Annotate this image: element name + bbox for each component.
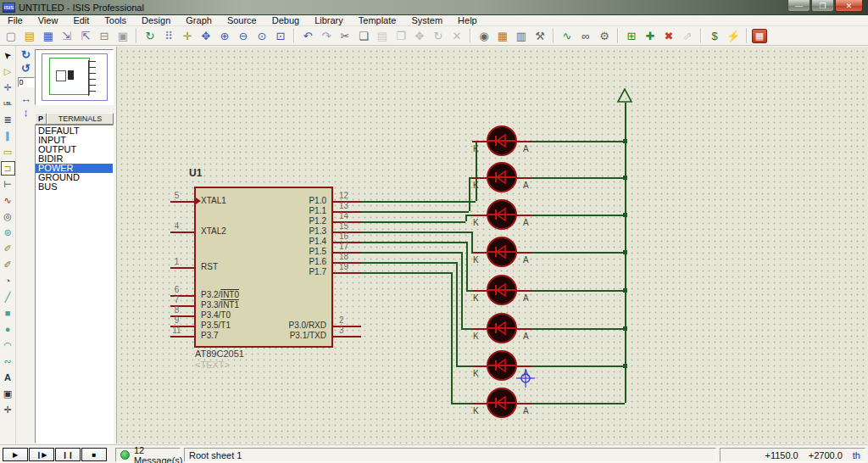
device-pins-mode[interactable]: ⊢ (1, 177, 15, 192)
2d-markers-mode[interactable]: ✛ (1, 403, 15, 417)
toggle-grid-button[interactable]: ⠿ (160, 28, 177, 44)
led-2[interactable] (487, 162, 517, 192)
packaging-tool-button[interactable]: ▥ (513, 28, 530, 44)
led-6[interactable] (487, 313, 517, 343)
pin-number: 15 (339, 221, 348, 231)
zoom-all-button[interactable]: ⊙ (253, 28, 270, 44)
led-7[interactable] (487, 350, 517, 381)
current-probe-mode-icon: ✐ (3, 260, 11, 270)
led-1[interactable] (487, 126, 517, 156)
menu-view[interactable]: View (31, 15, 66, 26)
component-mode[interactable]: ▷ (1, 64, 15, 79)
rotate-clockwise-button[interactable]: ↻ (19, 48, 33, 61)
rotate-anticlockwise-button[interactable]: ↺ (19, 62, 33, 75)
led-4[interactable] (487, 237, 517, 267)
menu-library[interactable]: Library (307, 15, 351, 26)
pin-name: P1.1 (225, 206, 326, 215)
terminals-mode[interactable]: ⊐ (1, 161, 15, 176)
stop-button[interactable]: ■ (81, 448, 107, 461)
pan-button[interactable]: ✥ (198, 28, 214, 44)
property-assignment-tool-button[interactable]: ⚙ (596, 28, 613, 44)
menu-debug[interactable]: Debug (264, 15, 307, 26)
message-panel[interactable]: 12 Message(s) (115, 448, 181, 462)
save-design-button[interactable]: ▦ (40, 28, 57, 44)
buses-mode[interactable]: ∥ (1, 129, 15, 143)
print-design-button[interactable]: ⊟ (96, 28, 113, 44)
wire-label-mode[interactable]: LBL (1, 97, 15, 111)
junction-dot-mode[interactable]: ✛ (1, 81, 15, 95)
design-explorer-icon: ⊞ (627, 31, 637, 42)
new-sheet-button[interactable]: ✚ (642, 28, 659, 44)
step-button[interactable]: ❙▶ (29, 448, 54, 461)
undo-button[interactable]: ↶ (299, 28, 316, 44)
redraw-button[interactable]: ↻ (142, 28, 159, 44)
export-section-button[interactable]: ⇱ (77, 28, 94, 44)
cut-button[interactable]: ✂ (337, 28, 353, 44)
selection-mode[interactable]: ➤ (1, 48, 15, 63)
play-button[interactable]: ▶ (3, 448, 28, 461)
remove-sheet-button[interactable]: ✖ (660, 28, 677, 44)
terminal-item-bus[interactable]: BUS (36, 182, 113, 192)
redo-button[interactable]: ↷ (318, 28, 335, 44)
pin-name: XTAL2 (201, 226, 226, 236)
menu-design[interactable]: Design (134, 15, 178, 26)
2d-text-mode[interactable]: A (1, 371, 15, 385)
zoom-in-button[interactable]: ⊕ (216, 28, 233, 44)
open-design-button[interactable]: ▤ (21, 28, 38, 44)
menu-edit[interactable]: Edit (65, 15, 97, 26)
copy-button[interactable]: ❏ (355, 28, 372, 44)
electrical-rules-check-button[interactable]: ⚡ (725, 28, 742, 44)
mark-output-area-button[interactable]: ▣ (114, 28, 131, 44)
decompose-button[interactable]: ⚒ (531, 28, 548, 44)
pick-parts-button[interactable]: ◉ (476, 28, 492, 44)
virtual-instruments-mode[interactable]: ◔ (1, 274, 15, 288)
menu-help[interactable]: Help (450, 15, 485, 26)
2d-box-mode[interactable]: ■ (1, 306, 15, 321)
import-section-button[interactable]: ⇲ (58, 28, 75, 44)
power-terminal[interactable] (615, 88, 634, 107)
led-5[interactable] (487, 275, 517, 305)
rotation-angle-input[interactable] (18, 77, 35, 87)
netlist-to-ares-button[interactable]: ▦ (752, 29, 767, 43)
mirror-horizontal-button[interactable]: ↔ (19, 92, 33, 105)
menu-source[interactable]: Source (220, 15, 264, 26)
pick-terminal-button[interactable]: P (35, 113, 47, 125)
new-design-button[interactable]: ▢ (3, 28, 19, 44)
led-8[interactable] (487, 388, 517, 418)
wire-autorouter-button[interactable]: ∿ (559, 28, 576, 44)
tape-recorder-mode[interactable]: ◎ (1, 209, 15, 224)
generator-mode[interactable]: ⊚ (1, 226, 15, 240)
menu-graph[interactable]: Graph (178, 15, 220, 26)
search-and-tag-button[interactable]: ∞ (577, 28, 594, 44)
menu-system[interactable]: System (403, 15, 450, 26)
schematic-overview-panel[interactable] (35, 49, 114, 105)
2d-circle-mode[interactable]: ● (1, 322, 15, 337)
schematic-canvas[interactable]: U1AT89C2051<TEXT>5XTAL14XTAL21RST6P3.2/I… (116, 47, 868, 443)
close-button[interactable]: ✕ (835, 0, 863, 12)
restore-button[interactable]: ❐ (811, 0, 834, 12)
minimize-button[interactable]: — (787, 0, 810, 12)
2d-arc-mode[interactable]: ◠ (1, 338, 15, 353)
2d-symbols-mode[interactable]: ▣ (1, 387, 15, 401)
voltage-probe-mode[interactable]: ✐ (1, 242, 15, 256)
current-probe-mode[interactable]: ✐ (1, 258, 15, 272)
zoom-out-button[interactable]: ⊖ (235, 28, 252, 44)
text-script-mode[interactable]: ≣ (1, 113, 15, 127)
graph-mode[interactable]: ∿ (1, 193, 15, 208)
pin-number: 3 (339, 326, 344, 335)
make-device-button[interactable]: ▦ (494, 28, 511, 44)
pin-name: P1.2 (225, 216, 326, 226)
led-3[interactable] (487, 199, 517, 230)
subcircuit-mode[interactable]: ▭ (1, 145, 15, 159)
2d-line-mode[interactable]: ╱ (1, 290, 15, 304)
design-explorer-button[interactable]: ⊞ (623, 28, 640, 44)
pause-button[interactable]: ❙❙ (55, 448, 81, 461)
menu-file[interactable]: File (0, 15, 31, 26)
mirror-vertical-button[interactable]: ↕ (19, 106, 33, 119)
menu-template[interactable]: Template (351, 15, 404, 26)
zoom-area-button[interactable]: ⊡ (272, 28, 289, 44)
bill-of-materials-button[interactable]: $ (706, 28, 723, 44)
2d-path-mode[interactable]: ∾ (1, 354, 15, 369)
menu-tools[interactable]: Tools (97, 15, 134, 26)
origin-button[interactable]: ✛ (179, 28, 196, 44)
